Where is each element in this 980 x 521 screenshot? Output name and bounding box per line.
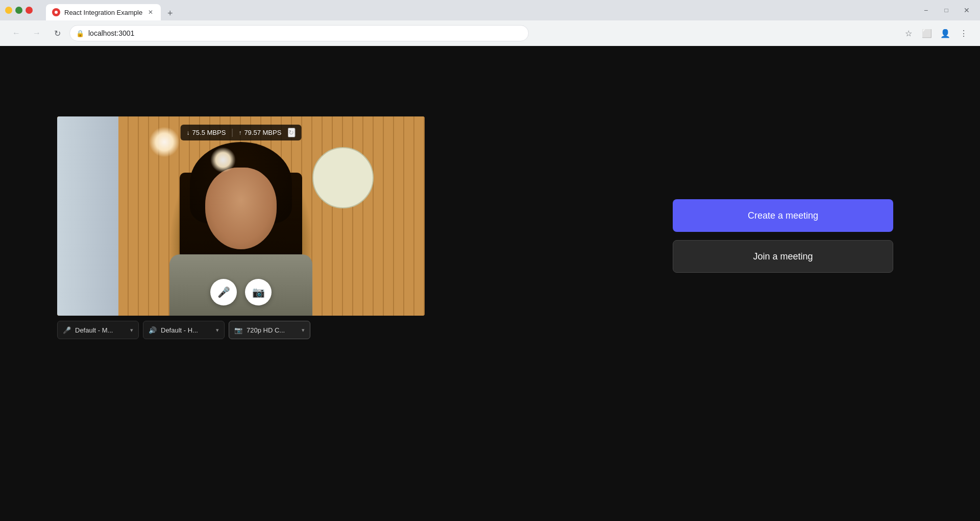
extensions-icon: ⬜ bbox=[922, 29, 932, 38]
bookmarks-button[interactable]: ☆ bbox=[900, 25, 917, 41]
forward-icon: → bbox=[33, 29, 41, 38]
camera-select-icon: 📷 bbox=[234, 326, 242, 334]
forward-button[interactable]: → bbox=[29, 25, 45, 41]
bookmarks-icon: ☆ bbox=[905, 29, 912, 38]
window-action-buttons: − □ ✕ bbox=[918, 2, 975, 18]
browser-chrome: React Integration Example ✕ + − □ ✕ ← → … bbox=[0, 0, 980, 46]
action-panel: Create a meeting Join a meeting bbox=[673, 199, 893, 273]
back-icon: ← bbox=[12, 29, 20, 38]
stats-divider bbox=[232, 129, 232, 137]
more-button[interactable]: ⋮ bbox=[955, 25, 972, 41]
camera-select[interactable]: 📷 720p HD C... ▾ bbox=[229, 321, 310, 339]
active-tab[interactable]: React Integration Example ✕ bbox=[46, 4, 161, 20]
window-minimize-btn[interactable]: − bbox=[918, 2, 934, 18]
tab-bar: React Integration Example ✕ + bbox=[41, 0, 177, 20]
upload-stat: ↑ 79.57 MBPS bbox=[238, 129, 281, 136]
window-restore-btn[interactable]: □ bbox=[938, 2, 954, 18]
create-meeting-button[interactable]: Create a meeting bbox=[673, 199, 893, 232]
refresh-icon: ↻ bbox=[54, 29, 61, 38]
download-speed: 75.5 MBPS bbox=[192, 129, 226, 136]
camera-icon: 📷 bbox=[252, 286, 265, 298]
join-meeting-button[interactable]: Join a meeting bbox=[673, 240, 893, 273]
microphone-toggle-button[interactable]: 🎤 bbox=[210, 279, 237, 305]
stats-refresh-button[interactable]: ↻ bbox=[287, 128, 295, 137]
speaker-select-icon: 🔊 bbox=[149, 326, 157, 334]
person-face bbox=[205, 168, 277, 249]
lock-icon: 🔒 bbox=[76, 30, 84, 37]
address-text: localhost:3001 bbox=[88, 29, 134, 37]
mic-chevron-icon: ▾ bbox=[130, 327, 133, 334]
video-container: ↓ 75.5 MBPS ↑ 79.57 MBPS ↻ 🎤 📷 bbox=[57, 116, 425, 316]
nav-actions: ☆ ⬜ 👤 ⋮ bbox=[900, 25, 972, 41]
new-tab-button[interactable]: + bbox=[163, 6, 177, 20]
media-controls: 🎤 📷 bbox=[210, 279, 272, 305]
video-left-panel bbox=[57, 116, 118, 316]
more-icon: ⋮ bbox=[960, 29, 968, 38]
speaker-chevron-icon: ▾ bbox=[216, 327, 219, 334]
device-selectors: 🎤 Default - M... ▾ 🔊 Default - H... ▾ 📷 … bbox=[57, 321, 425, 339]
upload-speed: 79.57 MBPS bbox=[244, 129, 281, 136]
tab-close-button[interactable]: ✕ bbox=[146, 8, 155, 16]
speaker-select[interactable]: 🔊 Default - H... ▾ bbox=[143, 321, 225, 339]
favicon-dot bbox=[55, 11, 58, 14]
microphone-select[interactable]: 🎤 Default - M... ▾ bbox=[57, 321, 139, 339]
window-controls bbox=[5, 7, 33, 14]
close-button[interactable] bbox=[26, 7, 33, 14]
network-stats-overlay: ↓ 75.5 MBPS ↑ 79.57 MBPS ↻ bbox=[181, 125, 302, 140]
video-area: ↓ 75.5 MBPS ↑ 79.57 MBPS ↻ 🎤 📷 bbox=[57, 116, 425, 316]
speaker-select-text: Default - H... bbox=[161, 326, 212, 334]
microphone-icon: 🎤 bbox=[217, 286, 230, 298]
upload-arrow-icon: ↑ bbox=[238, 129, 241, 136]
camera-select-text: 720p HD C... bbox=[247, 326, 298, 334]
page-content: ↓ 75.5 MBPS ↑ 79.57 MBPS ↻ 🎤 📷 bbox=[0, 46, 980, 521]
back-button[interactable]: ← bbox=[8, 25, 24, 41]
camera-chevron-icon: ▾ bbox=[302, 327, 305, 334]
download-arrow-icon: ↓ bbox=[187, 129, 190, 136]
window-close-btn[interactable]: ✕ bbox=[959, 2, 975, 18]
maximize-button[interactable] bbox=[15, 7, 22, 14]
title-bar: React Integration Example ✕ + − □ ✕ bbox=[0, 0, 980, 20]
minimize-button[interactable] bbox=[5, 7, 12, 14]
tab-favicon bbox=[52, 8, 60, 16]
refresh-button[interactable]: ↻ bbox=[49, 25, 65, 41]
profile-icon: 👤 bbox=[940, 29, 950, 38]
nav-bar: ← → ↻ 🔒 localhost:3001 ☆ ⬜ 👤 ⋮ bbox=[0, 20, 980, 46]
profile-button[interactable]: 👤 bbox=[937, 25, 953, 41]
mic-select-icon: 🎤 bbox=[63, 326, 71, 334]
mic-select-text: Default - M... bbox=[75, 326, 126, 334]
extensions-button[interactable]: ⬜ bbox=[919, 25, 935, 41]
tab-title: React Integration Example bbox=[64, 9, 142, 16]
download-stat: ↓ 75.5 MBPS bbox=[187, 129, 226, 136]
camera-toggle-button[interactable]: 📷 bbox=[245, 279, 272, 305]
address-bar[interactable]: 🔒 localhost:3001 bbox=[69, 25, 529, 41]
